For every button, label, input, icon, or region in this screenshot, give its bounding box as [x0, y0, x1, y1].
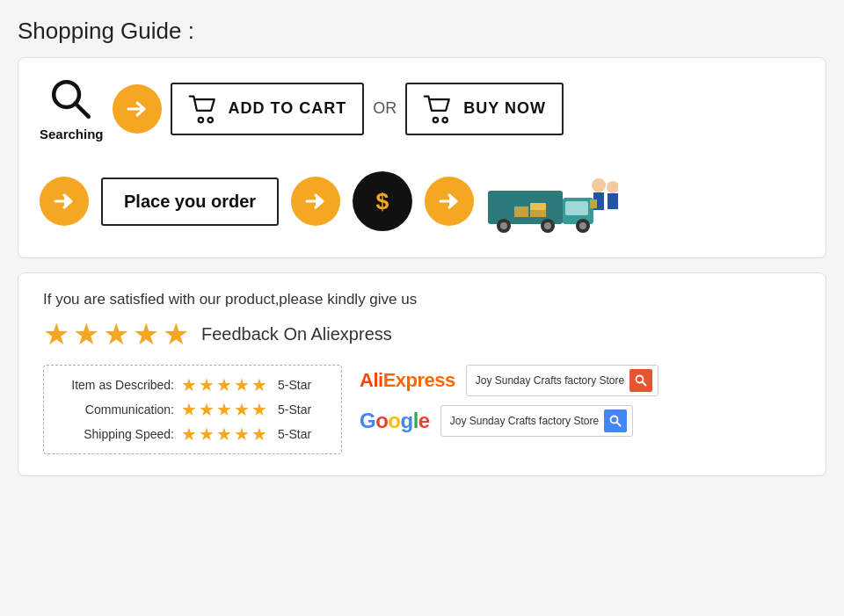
communication-label: Communication: — [60, 402, 174, 417]
or-label: OR — [373, 99, 397, 118]
add-to-cart-button[interactable]: ADD TO CART — [171, 83, 365, 135]
item-described-label: Item as Described: — [60, 378, 174, 392]
searching-label: Searching — [40, 127, 104, 141]
feedback-on-aliexpress-label: Feedback On Aliexpress — [201, 324, 392, 344]
svg-line-27 — [617, 423, 621, 426]
star-1: ★ — [43, 319, 69, 349]
star-5: ★ — [163, 319, 189, 349]
svg-line-1 — [76, 104, 89, 117]
rating-row-item: Item as Described: ★ ★ ★ ★ ★ 5-Star — [60, 376, 325, 394]
shipping-score: 5-Star — [278, 427, 311, 441]
svg-point-22 — [607, 181, 618, 193]
google-search-btn-icon — [608, 414, 622, 428]
item-described-stars: ★ ★ ★ ★ ★ — [181, 376, 267, 394]
search-icon — [47, 76, 95, 123]
communication-score: 5-Star — [278, 402, 311, 417]
rating-row-communication: Communication: ★ ★ ★ ★ ★ 5-Star — [60, 401, 325, 418]
page-title: Shopping Guide : — [18, 18, 826, 45]
star-4: ★ — [133, 319, 159, 349]
google-logo: Google — [360, 409, 430, 433]
communication-stars: ★ ★ ★ ★ ★ — [181, 401, 267, 418]
shipping-stars: ★ ★ ★ ★ ★ — [181, 425, 267, 443]
svg-point-5 — [443, 117, 447, 121]
svg-rect-9 — [565, 201, 588, 215]
platforms-section: AliExpress Joy Sunday Crafts factory Sto… — [360, 365, 658, 437]
star-2: ★ — [73, 319, 99, 349]
delivery-illustration — [486, 166, 600, 236]
ratings-box: Item as Described: ★ ★ ★ ★ ★ 5-Star Comm… — [43, 365, 342, 454]
shipping-label: Shipping Speed: — [60, 427, 174, 441]
svg-point-3 — [207, 117, 212, 121]
aliexpress-search-button[interactable] — [629, 369, 652, 392]
search-step: Searching — [40, 76, 104, 141]
svg-point-19 — [592, 178, 606, 192]
svg-point-2 — [198, 117, 202, 121]
svg-point-4 — [433, 117, 438, 121]
add-to-cart-label: ADD TO CART — [229, 99, 347, 118]
big-stars: ★ ★ ★ ★ ★ — [43, 319, 189, 349]
arrow-icon-2 — [40, 177, 89, 226]
buy-now-button[interactable]: BUY NOW — [405, 83, 564, 135]
buy-now-cart-icon — [423, 93, 455, 125]
svg-rect-23 — [608, 193, 618, 209]
svg-point-11 — [500, 222, 507, 229]
google-search-button[interactable] — [604, 409, 627, 432]
feedback-bottom: Item as Described: ★ ★ ★ ★ ★ 5-Star Comm… — [43, 365, 801, 454]
arrow-icon-4 — [425, 177, 474, 226]
cart-icon — [188, 93, 220, 125]
svg-rect-18 — [514, 207, 528, 217]
google-row: Google Joy Sunday Crafts factory Store — [360, 405, 633, 437]
place-order-label: Place you order — [124, 192, 256, 212]
search-btn-icon — [634, 373, 648, 388]
guide-row-1: Searching ADD TO CART OR BUY NOW — [40, 76, 804, 141]
google-store-name: Joy Sunday Crafts factory Store — [450, 415, 599, 427]
svg-line-25 — [643, 382, 646, 386]
google-store-search[interactable]: Joy Sunday Crafts factory Store — [440, 405, 633, 437]
svg-point-13 — [544, 222, 551, 229]
buy-now-label: BUY NOW — [463, 99, 546, 118]
aliexpress-store-search[interactable]: Joy Sunday Crafts factory Store — [466, 365, 658, 396]
stars-row: ★ ★ ★ ★ ★ Feedback On Aliexpress — [43, 319, 801, 349]
svg-text:$: $ — [376, 188, 389, 214]
aliexpress-store-name: Joy Sunday Crafts factory Store — [476, 374, 624, 387]
arrow-icon-1 — [113, 84, 162, 134]
star-3: ★ — [103, 319, 129, 349]
guide-row-2: Place you order $ — [40, 166, 804, 236]
payment-icon: $ — [353, 171, 412, 231]
aliexpress-logo: AliExpress — [360, 369, 455, 392]
place-order-button[interactable]: Place you order — [101, 178, 279, 226]
svg-rect-17 — [530, 203, 546, 210]
svg-rect-21 — [590, 199, 597, 208]
feedback-intro-text: If you are satisfied with our product,pl… — [43, 291, 801, 308]
arrow-icon-3 — [291, 177, 340, 226]
shopping-guide-card: Searching ADD TO CART OR BUY NOW — [18, 57, 826, 258]
aliexpress-row: AliExpress Joy Sunday Crafts factory Sto… — [360, 365, 658, 396]
rating-row-shipping: Shipping Speed: ★ ★ ★ ★ ★ 5-Star — [60, 425, 325, 443]
svg-point-15 — [579, 222, 586, 229]
feedback-card: If you are satisfied with our product,pl… — [18, 272, 826, 476]
item-described-score: 5-Star — [278, 378, 311, 392]
